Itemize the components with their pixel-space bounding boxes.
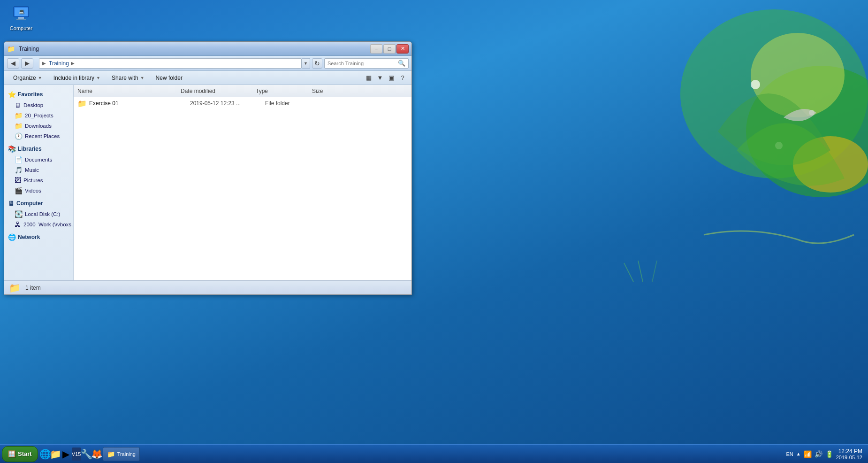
taskbar-tool-icon[interactable]: 🔧 [82,449,91,459]
sidebar-item-recent-places[interactable]: 🕐 Recent Places [4,131,73,141]
file-item-date: 2019-05-12 12:23 ... [190,100,265,107]
taskbar-ie-icon[interactable]: 🌐 [41,449,50,459]
col-name-header[interactable]: Name [77,88,181,94]
organize-button[interactable]: Organize ▼ [8,73,47,83]
svg-point-1 [746,66,868,197]
tray-network-icon[interactable]: 📶 [804,450,812,458]
explorer-window: 📁 Training − □ ✕ ◀ ▶ ▶ Training ▶ ▼ ↻ 🔍 [4,41,412,295]
file-list-header: Name Date modified Type Size [74,85,411,97]
sidebar-item-desktop[interactable]: 🖥 Desktop [4,100,73,110]
network-drive-icon: 🖧 [15,221,21,228]
svg-point-0 [680,9,868,178]
breadcrumb-path[interactable]: Training [49,60,69,67]
taskbar-folder-icon[interactable]: 📁 [51,449,61,459]
svg-rect-13 [16,19,26,20]
tray-battery-icon[interactable]: 🔋 [825,450,833,458]
col-size-header[interactable]: Size [312,88,350,94]
sidebar: ⭐ Favorites 🖥 Desktop 📁 20_Projects 📁 Do… [4,85,74,280]
maximize-button[interactable]: □ [383,44,396,54]
title-controls: − □ ✕ [370,44,409,54]
desktop-item-icon: 🖥 [15,101,21,109]
table-row[interactable]: 📁 Exercise 01 2019-05-12 12:23 ... File … [74,97,411,109]
forward-button[interactable]: ▶ [21,58,33,69]
view-dropdown-btn[interactable]: ▼ [375,73,385,83]
start-icon: 🪟 [8,450,15,457]
view-list-btn[interactable]: ▦ [364,73,374,83]
computer-icon: 💻 [12,5,30,23]
pictures-icon: 🖼 [15,177,21,184]
sidebar-item-downloads[interactable]: 📁 Downloads [4,121,73,131]
computer-sidebar-icon: 🖥 [8,200,15,207]
tray-lang[interactable]: EN [786,451,793,457]
libraries-icon: 📚 [8,145,16,153]
taskbar-media-icon[interactable]: ▶ [61,449,71,459]
svg-point-5 [809,110,815,116]
documents-icon: 📄 [15,156,23,163]
sidebar-item-localc[interactable]: 💽 Local Disk (C:) [4,209,73,219]
title-bar: 📁 Training − □ ✕ [4,42,411,56]
sidebar-item-videos[interactable]: 🎬 Videos [4,185,73,196]
search-input[interactable] [327,61,396,66]
view-preview-btn[interactable]: ▣ [386,73,396,83]
file-item-type: File folder [265,100,321,107]
desktop-computer-icon[interactable]: 💻 Computer [5,5,38,31]
search-area[interactable]: 🔍 [324,58,409,69]
music-icon: 🎵 [15,166,23,174]
breadcrumb-arrow1: ▶ [42,61,46,66]
favorites-header[interactable]: ⭐ Favorites [4,89,73,100]
col-date-header[interactable]: Date modified [181,88,256,94]
videos-icon: 🎬 [15,187,23,194]
recent-places-icon: 🕐 [15,132,23,140]
main-content: ⭐ Favorites 🖥 Desktop 📁 20_Projects 📁 Do… [4,85,411,280]
status-icon: 📁 [9,282,21,293]
svg-point-3 [793,136,868,193]
taskbar: 🪟 Start 🌐 📁 ▶ V15 🔧 🦊 📁 Training EN ▲ 📶 … [0,444,868,463]
start-button[interactable]: 🪟 Start [2,446,38,462]
computer-icon-label: Computer [10,25,32,31]
sidebar-item-20projects[interactable]: 📁 20_Projects [4,110,73,121]
close-button[interactable]: ✕ [396,44,409,54]
sidebar-item-documents[interactable]: 📄 Documents [4,154,73,165]
clock[interactable]: 12:24 PM 2019-05-12 [836,448,862,460]
taskbar-explorer-item[interactable]: 📁 Training [103,447,140,461]
status-text: 1 item [25,285,41,291]
refresh-button[interactable]: ↻ [312,58,322,69]
taskbar-firefox-icon[interactable]: 🦊 [92,449,102,459]
sidebar-item-network-drive[interactable]: 🖧 2000_Work (\\vboxs... [4,219,73,230]
clock-date: 2019-05-12 [836,455,862,460]
svg-point-2 [751,33,845,117]
clock-time: 12:24 PM [836,448,862,455]
localc-icon: 💽 [15,210,23,218]
svg-point-4 [751,80,760,89]
toolbar: Organize ▼ Include in library ▼ Share wi… [4,71,411,85]
libraries-header[interactable]: 📚 Libraries [4,143,73,154]
breadcrumb-arrow2: ▶ [71,61,75,66]
svg-text:💻: 💻 [19,8,24,14]
address-bar: ◀ ▶ ▶ Training ▶ ▼ ↻ 🔍 [4,56,411,71]
minimize-button[interactable]: − [370,44,382,54]
back-button[interactable]: ◀ [7,58,19,69]
share-with-button[interactable]: Share with ▼ [107,73,150,83]
breadcrumb[interactable]: ▶ Training ▶ [39,58,302,69]
new-folder-button[interactable]: New folder [151,73,188,83]
svg-line-7 [624,263,633,282]
downloads-icon: 📁 [15,122,23,130]
folder-title-icon: 📁 [7,45,15,53]
favorites-icon: ⭐ [8,91,16,98]
search-icon[interactable]: 🔍 [398,60,405,67]
20projects-icon: 📁 [15,112,23,119]
tray-arrow[interactable]: ▲ [796,451,801,456]
svg-rect-12 [18,17,24,19]
breadcrumb-dropdown[interactable]: ▼ [302,58,310,69]
tray-sound-icon[interactable]: 🔊 [815,450,822,458]
network-header[interactable]: 🌐 Network [4,232,73,243]
sidebar-item-pictures[interactable]: 🖼 Pictures [4,175,73,185]
help-button[interactable]: ? [397,73,408,83]
col-type-header[interactable]: Type [256,88,312,94]
file-item-name: Exercise 01 [89,100,190,107]
computer-header[interactable]: 🖥 Computer [4,198,73,209]
include-in-library-button[interactable]: Include in library ▼ [48,73,106,83]
title-bar-left: 📁 Training [7,45,39,53]
sidebar-item-music[interactable]: 🎵 Music [4,165,73,175]
taskbar-tia-icon[interactable]: V15 [72,448,81,461]
